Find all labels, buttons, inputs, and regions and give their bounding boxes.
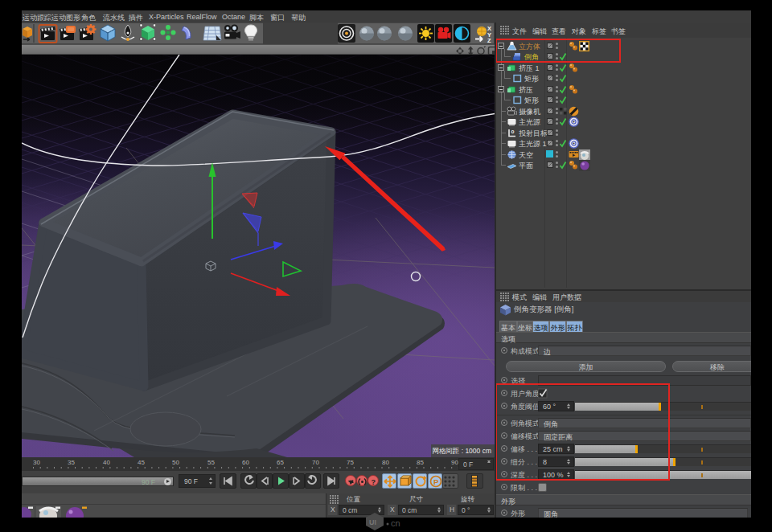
svg-text:cn: cn bbox=[391, 518, 400, 528]
svg-text:Z: Z bbox=[487, 37, 491, 44]
svg-text:UI: UI bbox=[369, 518, 376, 526]
svg-text:网格间距 : 1000 cm: 网格间距 : 1000 cm bbox=[432, 447, 491, 455]
svg-text:?: ? bbox=[372, 478, 376, 486]
svg-text:P: P bbox=[433, 477, 439, 486]
svg-text:o: o bbox=[511, 129, 515, 134]
